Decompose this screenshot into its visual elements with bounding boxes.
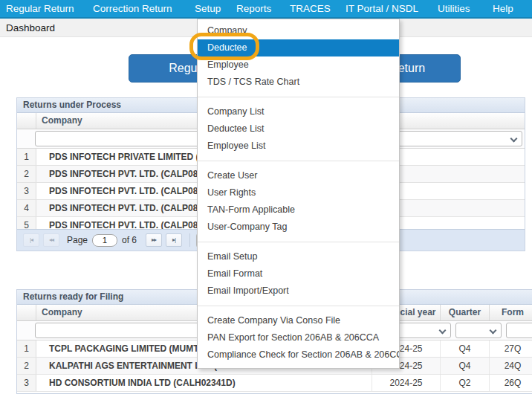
menu-item-deductee-list[interactable]: Deductee List <box>198 120 399 138</box>
menu-reports[interactable]: Reports <box>236 0 271 17</box>
menu-setup[interactable]: Setup <box>195 0 221 17</box>
next-page-icon[interactable]: ▸▸ <box>146 233 162 247</box>
menu-item-tds-tcs-rate-chart[interactable]: TDS / TCS Rate Chart <box>198 74 399 91</box>
chevron-down-icon <box>490 327 497 335</box>
last-page-icon[interactable]: ▸| <box>166 233 182 247</box>
row-number-column-header <box>17 305 36 320</box>
menu-item-user-rights[interactable]: User Rights <box>198 184 399 201</box>
page-count-label: of 6 <box>122 235 137 245</box>
row-number-column-header <box>17 113 36 129</box>
financial-year-cell: 2024-25 <box>372 375 441 391</box>
top-menubar: Regular Return Correction Return Setup R… <box>0 0 532 19</box>
menu-item-create-company-via-conso-file[interactable]: Create Company Via Conso File <box>198 312 399 329</box>
chevron-down-icon <box>510 135 518 143</box>
quarter-cell: Q4 <box>441 340 490 357</box>
form-cell: 24Q <box>490 358 532 374</box>
row-number: 1 <box>17 340 36 357</box>
menu-item-tan-form-applicable[interactable]: TAN-Form Applicable <box>198 201 399 219</box>
menu-item-company-list[interactable]: Company List <box>198 103 399 120</box>
pager-divider <box>189 233 190 247</box>
menu-traces[interactable]: TRACES <box>290 0 331 17</box>
menu-correction-return[interactable]: Correction Return <box>93 0 172 17</box>
menu-item-employee[interactable]: Employee <box>198 56 399 74</box>
company-cell: HD CONSORTIUM INDIA LTD (CALH02341D) <box>36 375 372 391</box>
menu-item-company[interactable]: Company <box>198 22 399 39</box>
chevron-down-icon <box>439 327 447 335</box>
menu-item-deductee[interactable]: Deductee <box>198 39 399 56</box>
form-column-header: Form <box>490 305 532 320</box>
form-cell: 26Q <box>490 375 532 391</box>
quarter-cell: Q4 <box>441 358 490 374</box>
row-number: 2 <box>17 358 36 374</box>
app-window: Regular Return Correction Return Setup R… <box>0 0 532 394</box>
menu-it-portal-nsdl[interactable]: IT Portal / NSDL <box>346 0 418 17</box>
prev-page-icon[interactable]: ◂◂ <box>43 233 59 247</box>
menu-item-email-import-export[interactable]: Email Import/Export <box>198 282 399 300</box>
menu-regular-return[interactable]: Regular Return <box>6 0 74 17</box>
menu-item-email-format[interactable]: Email Format <box>198 265 399 282</box>
form-cell: 27Q <box>490 340 532 357</box>
menu-separator <box>198 242 399 242</box>
table-row[interactable]: 3 HD CONSORTIUM INDIA LTD (CALH02341D) 2… <box>17 375 532 392</box>
menu-item-user-company-tag[interactable]: User-Company Tag <box>198 219 399 236</box>
quarter-filter-select[interactable] <box>455 323 502 338</box>
row-number: 3 <box>17 183 36 199</box>
menu-item-compliance-check-206ab-206cca[interactable]: Compliance Check for Section 206AB & 206… <box>198 346 399 364</box>
page-label: Page <box>67 235 88 245</box>
form-filter-input[interactable] <box>506 323 532 338</box>
menu-separator <box>198 306 399 306</box>
row-number: 3 <box>17 375 36 391</box>
row-number: 4 <box>17 200 36 216</box>
row-number: 1 <box>17 149 36 165</box>
row-number: 2 <box>17 166 36 182</box>
breadcrumb: Dashboard <box>6 19 55 37</box>
quarter-column-header: Quarter <box>441 305 490 320</box>
menu-item-create-user[interactable]: Create User <box>198 167 399 184</box>
quarter-cell: Q2 <box>441 375 490 391</box>
menu-separator <box>198 161 399 161</box>
menu-help[interactable]: Help <box>493 0 513 17</box>
menu-separator <box>198 97 399 97</box>
menu-item-employee-list[interactable]: Employee List <box>198 138 399 155</box>
setup-dropdown-menu: Company Deductee Employee TDS / TCS Rate… <box>197 19 400 369</box>
menu-utilities[interactable]: Utilities <box>438 0 470 17</box>
menu-item-email-setup[interactable]: Email Setup <box>198 248 399 265</box>
menu-item-pan-export-206ab-206cca[interactable]: PAN Export for Section 206AB & 206CCA <box>198 329 399 346</box>
first-page-icon[interactable]: |◂ <box>23 233 39 247</box>
page-number-input[interactable] <box>92 234 117 247</box>
